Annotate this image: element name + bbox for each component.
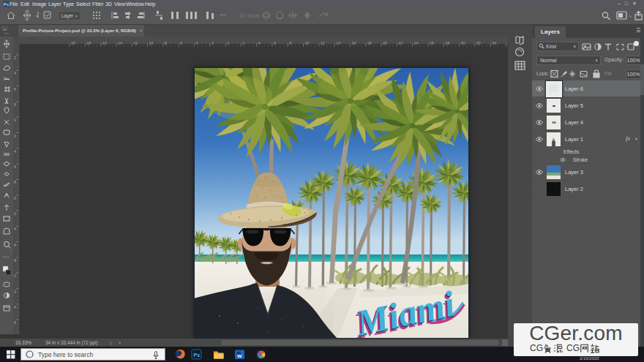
svg-text:3D Mode: 3D Mode: [239, 13, 261, 18]
svg-text:16: 16: [351, 41, 356, 45]
svg-text:10: 10: [305, 41, 310, 45]
svg-text:2: 2: [211, 41, 214, 45]
svg-text:8: 8: [14, 180, 16, 184]
svg-text:6: 6: [14, 320, 16, 325]
svg-text:0: 0: [14, 118, 16, 122]
svg-text:12: 12: [133, 41, 138, 45]
svg-text:⋯: ⋯: [3, 254, 9, 260]
svg-text:2: 2: [14, 290, 16, 294]
svg-text:18: 18: [86, 41, 91, 45]
svg-text:8: 8: [14, 258, 16, 263]
svg-text:14: 14: [118, 41, 122, 45]
svg-text:6: 6: [274, 41, 276, 45]
svg-text:30: 30: [461, 41, 465, 45]
svg-text:6: 6: [180, 41, 182, 45]
svg-text:▾: ▾: [75, 14, 78, 18]
svg-text:18: 18: [367, 41, 372, 45]
svg-text:0: 0: [227, 41, 229, 45]
svg-text:0: 0: [14, 274, 16, 278]
svg-text:4: 4: [14, 149, 16, 154]
svg-text:2: 2: [242, 41, 244, 45]
svg-text:12: 12: [321, 41, 325, 45]
svg-text:6: 6: [14, 87, 16, 91]
svg-text:4: 4: [14, 227, 16, 231]
svg-text:24: 24: [414, 41, 419, 45]
svg-text:8: 8: [165, 41, 167, 45]
svg-text:0: 0: [14, 196, 16, 200]
svg-text:4: 4: [258, 41, 261, 45]
svg-text:w: w: [236, 352, 242, 359]
svg-text:2: 2: [14, 134, 16, 138]
svg-text:2: 2: [14, 56, 16, 60]
svg-text:22: 22: [398, 41, 402, 45]
svg-text:4: 4: [195, 41, 198, 45]
svg-text:28: 28: [445, 41, 449, 45]
svg-text:20: 20: [383, 41, 387, 45]
svg-text:8: 8: [289, 41, 291, 45]
svg-text:Ps: Ps: [194, 352, 201, 358]
svg-text:32: 32: [476, 41, 481, 45]
svg-text:14: 14: [336, 41, 340, 45]
svg-text:4: 4: [14, 71, 16, 75]
svg-text:34: 34: [492, 41, 496, 45]
svg-text:8: 8: [14, 102, 16, 107]
svg-text:20: 20: [71, 41, 75, 45]
svg-text:⋯: ⋯: [220, 11, 226, 18]
svg-text:4: 4: [14, 305, 16, 309]
svg-text:16: 16: [102, 41, 107, 45]
svg-text:10: 10: [149, 41, 154, 45]
svg-text:Layer: Layer: [61, 13, 74, 19]
svg-text:6: 6: [14, 165, 16, 169]
svg-text:2: 2: [14, 211, 16, 216]
svg-text:26: 26: [430, 41, 434, 45]
svg-text:6: 6: [14, 243, 16, 247]
